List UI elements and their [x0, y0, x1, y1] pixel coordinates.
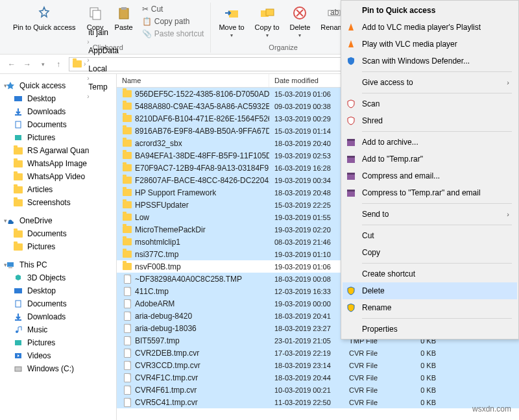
breadcrumb-item[interactable]: Local — [87, 64, 120, 73]
file-row[interactable]: CVR2DEB.tmp.cvr17-03-2019 22:19CVR File0… — [117, 347, 519, 359]
folder-icon — [122, 151, 132, 161]
move-icon — [223, 4, 241, 22]
file-name: BIT5597.tmp — [135, 336, 180, 345]
file-date: 19-03-2019 01:06 — [269, 262, 344, 271]
ctx-delete[interactable]: Delete — [343, 282, 517, 299]
folder-icon — [122, 89, 132, 99]
sidebar-item[interactable]: WhatsApp Image — [0, 157, 116, 170]
sidebar-item[interactable]: Desktop — [0, 92, 116, 105]
ctx-vlc-add-playlist[interactable]: Add to VLC media player's Playlist — [343, 19, 517, 36]
paste-icon — [115, 4, 133, 22]
file-date: 18-03-2019 20:41 — [269, 312, 344, 321]
file-row[interactable]: CVR4F61.tmp.cvr10-03-2019 00:21CVR File0… — [117, 384, 519, 396]
sidebar-item[interactable]: Screenshots — [0, 196, 116, 209]
file-name: BA94EFA1-38DE-48FF-B5F9-11F105D999C3 — [135, 151, 269, 160]
sidebar-item[interactable]: Downloads — [0, 310, 116, 323]
file-name: aria-debug-18036 — [135, 324, 197, 333]
vlc-icon — [345, 21, 357, 33]
file-date: 23-01-2019 21:05 — [269, 336, 344, 345]
sidebar-item[interactable]: Pictures — [0, 336, 116, 349]
file-date: 15-03-2019 01:14 — [269, 127, 344, 136]
ctx-pin-quick-access[interactable]: Pin to Quick access — [343, 2, 517, 19]
shield-icon — [345, 115, 357, 127]
pin-to-quick-access-button[interactable]: Pin to Quick access — [9, 3, 80, 32]
ctx-compress-temp-email[interactable]: Compress to "Temp.rar" and email — [343, 184, 517, 201]
ctx-compress-email[interactable]: Compress and email... — [343, 167, 517, 184]
file-row[interactable]: CVR3CCD.tmp.cvr18-03-2019 23:14CVR File0… — [117, 359, 519, 371]
file-row[interactable]: CVR4F1C.tmp.cvr18-03-2019 20:44CVR File0… — [117, 371, 519, 384]
column-name[interactable]: Name — [117, 74, 269, 87]
file-date: 19-03-2019 00:00 — [269, 299, 344, 308]
file-icon — [122, 323, 132, 334]
this-pc[interactable]: ▾This PC — [0, 258, 116, 271]
move-to-button[interactable]: Move to▾ — [215, 3, 248, 40]
file-name: CVR2DEB.tmp.cvr — [135, 349, 199, 358]
sidebar-item[interactable]: Documents — [0, 227, 116, 240]
file-name: MicroThemePackDir — [135, 225, 206, 234]
up-button[interactable]: ↑ — [52, 58, 65, 71]
sidebar-item[interactable]: Documents — [0, 297, 116, 310]
ctx-cut[interactable]: Cut — [343, 227, 517, 244]
file-name: CVR4F61.tmp.cvr — [135, 386, 197, 395]
file-date: 18-03-2019 20:40 — [269, 139, 344, 148]
onedrive[interactable]: ▾OneDrive — [0, 214, 116, 227]
folder-icon — [122, 249, 132, 260]
svg-rect-30 — [347, 191, 355, 197]
ctx-mcafee-shred[interactable]: Shred — [343, 112, 517, 129]
svg-rect-23 — [15, 367, 21, 371]
sidebar-item[interactable]: 3D Objects — [0, 271, 116, 284]
svg-point-20 — [16, 330, 18, 333]
file-date: 12-03-2019 16:33 — [269, 287, 344, 296]
sidebar-item[interactable]: Articles — [0, 183, 116, 196]
file-name: nsi377C.tmp — [135, 250, 178, 259]
ctx-copy[interactable]: Copy — [343, 244, 517, 261]
sidebar-item[interactable]: Documents — [0, 118, 116, 131]
breadcrumb-item[interactable]: AppData — [87, 46, 120, 55]
file-name: F28607AF-BACE-48CC-8426-DC220421E3... — [135, 176, 269, 185]
ctx-add-archive[interactable]: Add to archive... — [343, 134, 517, 151]
column-date[interactable]: Date modified — [269, 74, 344, 87]
quick-access[interactable]: ▾Quick access — [0, 79, 116, 92]
path-icon: 📋 — [142, 17, 152, 26]
sidebar-item[interactable]: WhatsApp Video — [0, 170, 116, 183]
sidebar-item[interactable]: Pictures — [0, 131, 116, 144]
ctx-rename[interactable]: Rename — [343, 299, 517, 316]
delete-button[interactable]: Delete▾ — [286, 3, 315, 40]
file-date: 15-03-2019 01:06 — [269, 90, 344, 99]
ctx-vlc-play[interactable]: Play with VLC media player — [343, 36, 517, 53]
sidebar-item[interactable]: Pictures — [0, 240, 116, 253]
ctx-scan-defender[interactable]: Scan with Windows Defender... — [343, 53, 517, 69]
file-date: 18-03-2019 00:08 — [269, 275, 344, 284]
sidebar-item[interactable]: Videos — [0, 349, 116, 362]
sidebar-item[interactable]: RS Agarwal Quan — [0, 144, 116, 157]
file-date: 19-03-2019 01:55 — [269, 213, 344, 222]
sidebar-item[interactable]: Downloads — [0, 105, 116, 118]
file-name: AdobeARM — [135, 299, 175, 308]
winrar-icon — [345, 187, 357, 199]
ctx-send-to[interactable]: Send to› — [343, 206, 517, 223]
back-button[interactable]: ← — [5, 58, 18, 71]
file-icon — [122, 336, 132, 346]
folder-icon — [122, 262, 132, 272]
svg-rect-16 — [7, 262, 14, 267]
ctx-create-shortcut[interactable]: Create shortcut — [343, 266, 517, 282]
ctx-add-temp-rar[interactable]: Add to "Temp.rar" — [343, 151, 517, 167]
breadcrumb-item[interactable]: iti jain — [87, 28, 120, 37]
folder-icon — [72, 59, 82, 69]
sidebar-item[interactable]: Desktop — [0, 284, 116, 297]
sidebar-item[interactable]: Music — [0, 323, 116, 336]
ctx-give-access-to[interactable]: Give access to› — [343, 74, 517, 91]
forward-button[interactable]: → — [21, 58, 34, 71]
history-dropdown[interactable]: ▾ — [36, 58, 49, 71]
folder-icon — [122, 126, 132, 136]
sidebar-item[interactable]: Windows (C:) — [0, 362, 116, 375]
file-row[interactable]: CVR5C41.tmp.cvr11-03-2019 22:50CVR File0… — [117, 396, 519, 408]
ctx-properties[interactable]: Properties — [343, 321, 517, 338]
ctx-mcafee-scan[interactable]: Scan — [343, 95, 517, 112]
file-icon — [122, 311, 132, 321]
file-date: 19-03-2019 01:10 — [269, 250, 344, 259]
copy-to-button[interactable]: Copy to▾ — [251, 3, 284, 40]
cut-button[interactable]: ✂Cut — [139, 4, 207, 14]
copy-path-button[interactable]: 📋Copy path — [139, 16, 207, 27]
paste-shortcut-button[interactable]: 📎Paste shortcut — [139, 29, 207, 39]
